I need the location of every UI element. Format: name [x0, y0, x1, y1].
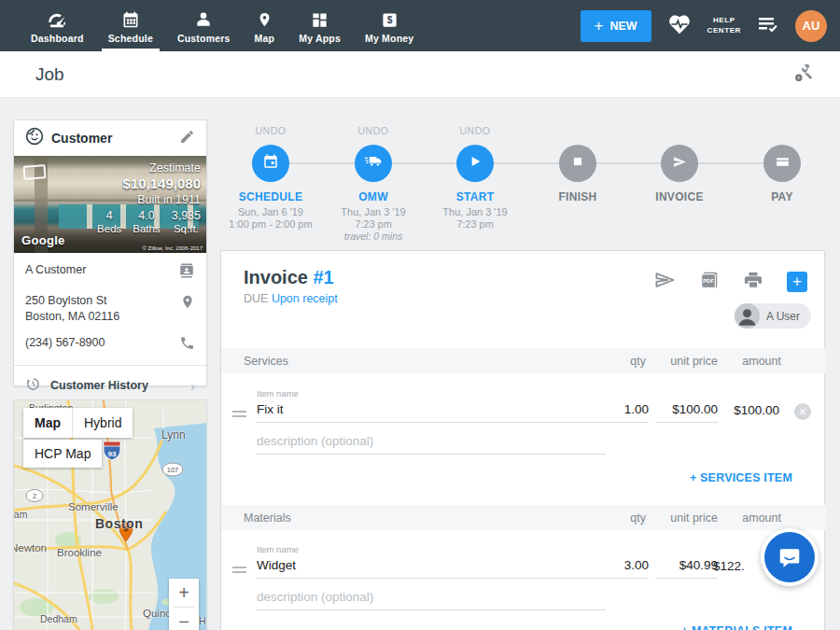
finish-step-button[interactable] [559, 145, 596, 182]
zoom-in-button[interactable]: + [169, 579, 199, 607]
nav-item-map[interactable]: Map [243, 0, 287, 51]
pay-step-button[interactable] [763, 145, 801, 182]
undo-start-button[interactable]: UNDO [424, 125, 526, 138]
heart-pulse-icon[interactable] [667, 13, 692, 39]
step-time: 7:23 pm [322, 218, 425, 230]
history-clock-icon [25, 376, 41, 396]
step-time: 7:23 pm [424, 218, 526, 230]
zoom-out-button[interactable]: − [169, 608, 199, 630]
edit-pencil-icon[interactable] [179, 129, 195, 148]
undo-omw-button[interactable]: UNDO [322, 125, 425, 138]
google-watermark: Google [21, 233, 65, 247]
nav-item-my-apps[interactable]: My Apps [287, 0, 353, 51]
svg-text:$: $ [386, 15, 392, 25]
start-step-button[interactable] [456, 145, 494, 182]
nav-item-label: My Money [365, 33, 413, 44]
invoice-number[interactable]: #1 [313, 267, 333, 287]
material-unit-price-input[interactable] [656, 558, 718, 579]
undo-schedule-button[interactable]: UNDO [219, 125, 322, 138]
streetview-frame-icon [23, 164, 47, 180]
omw-step-button[interactable] [355, 145, 392, 182]
add-services-item-link[interactable]: + SERVICES ITEM [690, 471, 792, 484]
service-amount: $100.00 [734, 403, 779, 417]
calendar-icon [262, 153, 279, 174]
property-stats: 4Beds 4.0Baths 3,985Sq.ft. [97, 209, 201, 234]
map-type-hybrid-button[interactable]: Hybrid [73, 408, 133, 438]
travel-note: travel: 0 mins [322, 231, 425, 242]
service-qty-input[interactable] [583, 402, 649, 423]
services-section-title: Services [244, 355, 288, 368]
step-label: OMW [322, 190, 425, 203]
drag-handle-icon[interactable] [232, 408, 246, 420]
invoice-step-button[interactable] [661, 145, 698, 182]
step-label: SCHEDULE [219, 190, 322, 203]
material-description-input[interactable] [257, 590, 606, 610]
invoice-card: Invoice #1 DUE Upon receipt PDF + A User [220, 250, 825, 630]
pdf-icon[interactable]: PDF [699, 270, 720, 294]
map-type-map-button[interactable]: Map [23, 408, 72, 438]
add-invoice-item-button[interactable]: + [787, 272, 807, 292]
help-center-line2: CENTER [707, 26, 742, 36]
invoice-actions: PDF + [654, 270, 807, 294]
nav-item-customers[interactable]: Customers [165, 0, 243, 51]
stop-icon [571, 155, 584, 172]
nav-item-schedule[interactable]: Schedule [96, 0, 165, 51]
map-zoom-control: + − [169, 579, 199, 630]
unit-price-column-header: unit price [670, 511, 718, 525]
tasks-check-icon[interactable] [757, 15, 779, 37]
map-label-lynn: Lynn [161, 428, 186, 441]
chat-launcher[interactable] [761, 528, 819, 586]
service-item-name-input[interactable] [257, 402, 606, 423]
zestimate-value: $10,149,080 [97, 175, 201, 191]
new-button[interactable]: + NEW [581, 10, 651, 42]
assignee-chip[interactable]: A User [735, 303, 811, 329]
customer-face-icon [25, 127, 44, 149]
delete-service-item-button[interactable]: ✕ [794, 403, 811, 420]
map-label-boston: Boston [95, 516, 143, 531]
materials-header: Materials qty unit price amount [221, 505, 826, 530]
avatar-initials: AU [803, 19, 820, 33]
help-center-link[interactable]: HELP CENTER [707, 16, 742, 36]
due-value-link[interactable]: Upon receipt [272, 292, 338, 305]
step-label: INVOICE [628, 190, 731, 203]
qty-column-header: qty [630, 355, 646, 368]
schedule-step-button[interactable] [252, 145, 289, 182]
new-button-label: NEW [609, 20, 637, 33]
timeline-step-pay: PAY [731, 125, 833, 203]
location-pin-icon[interactable] [180, 293, 195, 315]
property-photo[interactable]: Zestimate $10,149,080 Built in 1911 4Bed… [14, 156, 206, 253]
nav-item-my-money[interactable]: $ My Money [353, 0, 426, 51]
print-icon[interactable] [743, 271, 763, 293]
send-icon [672, 154, 688, 174]
baths-label: Baths [133, 223, 160, 234]
customer-name: A Customer [25, 262, 86, 278]
material-qty-input[interactable] [583, 558, 649, 579]
services-header: Services qty unit price amount [221, 348, 826, 373]
nav-item-label: Customers [177, 33, 231, 44]
step-label: START [424, 190, 526, 203]
user-avatar[interactable]: AU [795, 10, 827, 42]
due-label: DUE [244, 292, 268, 305]
phone-icon[interactable] [179, 335, 195, 355]
material-item-name-input[interactable] [257, 558, 606, 579]
beds-value: 4 [97, 209, 121, 222]
job-settings-wrench-icon[interactable] [790, 62, 814, 88]
zestimate-overlay: Zestimate $10,149,080 Built in 1911 4Bed… [97, 161, 201, 234]
nav-item-dashboard[interactable]: Dashboard [19, 0, 96, 51]
step-time: 1:00 pm - 2:00 pm [219, 218, 322, 230]
address-line2: Boston, MA 02116 [25, 310, 119, 323]
drag-handle-icon[interactable] [232, 564, 246, 576]
undo-spacer [526, 125, 629, 138]
hcp-map-button[interactable]: HCP Map [23, 440, 102, 468]
nav-item-label: My Apps [299, 33, 341, 44]
customer-phone: (234) 567-8900 [25, 335, 105, 351]
contact-card-icon[interactable] [178, 262, 195, 283]
service-unit-price-input[interactable] [656, 402, 718, 423]
customers-person-icon [194, 8, 213, 29]
customer-card: Customer Zestimate $10,149,080 Built in … [13, 119, 207, 386]
add-materials-item-link[interactable]: + MATERIALS ITEM [681, 624, 792, 630]
send-invoice-icon[interactable] [654, 271, 676, 293]
materials-section-title: Materials [244, 511, 291, 525]
service-description-input[interactable] [257, 434, 606, 455]
sqft-value: 3,985 [172, 209, 201, 222]
